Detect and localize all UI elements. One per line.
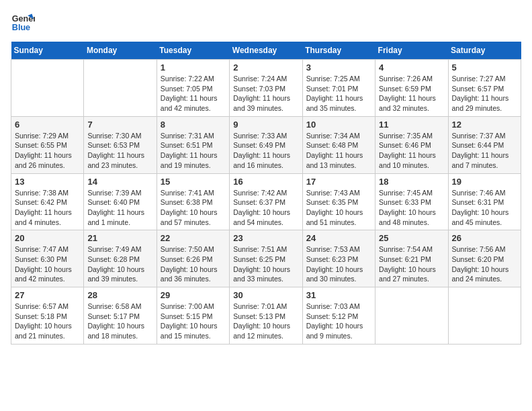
calendar-cell: 17Sunrise: 7:43 AM Sunset: 6:35 PM Dayli…: [302, 173, 375, 230]
day-number: 11: [379, 120, 444, 130]
calendar-cell: 9Sunrise: 7:33 AM Sunset: 6:49 PM Daylig…: [230, 116, 302, 173]
day-number: 10: [306, 120, 371, 130]
day-number: 3: [306, 62, 371, 73]
logo: General Blue: [11, 11, 35, 35]
weekday-header-thursday: Thursday: [302, 42, 375, 60]
calendar-table: SundayMondayTuesdayWednesdayThursdayFrid…: [11, 42, 521, 345]
day-number: 24: [306, 233, 371, 243]
calendar-cell: [375, 287, 448, 345]
day-number: 4: [379, 62, 444, 73]
calendar-cell: 18Sunrise: 7:45 AM Sunset: 6:33 PM Dayli…: [375, 173, 448, 230]
day-number: 8: [161, 120, 226, 130]
day-info: Sunrise: 7:29 AM Sunset: 6:55 PM Dayligh…: [15, 131, 80, 171]
calendar-cell: 20Sunrise: 7:47 AM Sunset: 6:30 PM Dayli…: [11, 230, 84, 287]
day-number: 22: [161, 233, 226, 243]
day-info: Sunrise: 7:25 AM Sunset: 7:01 PM Dayligh…: [306, 74, 371, 113]
calendar-cell: 25Sunrise: 7:54 AM Sunset: 6:21 PM Dayli…: [375, 230, 448, 287]
day-number: 29: [161, 290, 226, 300]
calendar-cell: 21Sunrise: 7:49 AM Sunset: 6:28 PM Dayli…: [84, 230, 157, 287]
day-number: 16: [233, 177, 298, 187]
weekday-header-friday: Friday: [375, 42, 448, 60]
calendar-cell: 2Sunrise: 7:24 AM Sunset: 7:03 PM Daylig…: [230, 60, 302, 117]
weekday-header-sunday: Sunday: [11, 42, 84, 60]
day-number: 6: [15, 120, 80, 130]
calendar-cell: 1Sunrise: 7:22 AM Sunset: 7:05 PM Daylig…: [157, 60, 229, 117]
day-info: Sunrise: 7:46 AM Sunset: 6:31 PM Dayligh…: [452, 188, 517, 228]
day-info: Sunrise: 7:35 AM Sunset: 6:46 PM Dayligh…: [379, 131, 444, 171]
day-number: 21: [87, 233, 152, 243]
calendar-cell: 27Sunrise: 6:57 AM Sunset: 5:18 PM Dayli…: [11, 287, 84, 345]
day-number: 25: [379, 233, 444, 243]
day-info: Sunrise: 7:27 AM Sunset: 6:57 PM Dayligh…: [452, 74, 517, 113]
calendar-cell: 16Sunrise: 7:42 AM Sunset: 6:37 PM Dayli…: [230, 173, 302, 230]
day-info: Sunrise: 7:41 AM Sunset: 6:38 PM Dayligh…: [161, 188, 226, 228]
calendar-cell: 30Sunrise: 7:01 AM Sunset: 5:13 PM Dayli…: [230, 287, 302, 345]
day-number: 5: [452, 62, 517, 73]
calendar-cell: 10Sunrise: 7:34 AM Sunset: 6:48 PM Dayli…: [302, 116, 375, 173]
day-info: Sunrise: 7:26 AM Sunset: 6:59 PM Dayligh…: [379, 74, 444, 113]
day-info: Sunrise: 7:54 AM Sunset: 6:21 PM Dayligh…: [379, 244, 444, 284]
day-number: 17: [306, 177, 371, 187]
day-info: Sunrise: 7:51 AM Sunset: 6:25 PM Dayligh…: [233, 244, 298, 284]
day-info: Sunrise: 7:47 AM Sunset: 6:30 PM Dayligh…: [15, 244, 80, 284]
calendar-cell: 11Sunrise: 7:35 AM Sunset: 6:46 PM Dayli…: [375, 116, 448, 173]
day-info: Sunrise: 7:03 AM Sunset: 5:12 PM Dayligh…: [306, 302, 371, 341]
calendar-cell: 14Sunrise: 7:39 AM Sunset: 6:40 PM Dayli…: [84, 173, 157, 230]
weekday-header-wednesday: Wednesday: [230, 42, 302, 60]
calendar-cell: 23Sunrise: 7:51 AM Sunset: 6:25 PM Dayli…: [230, 230, 302, 287]
calendar-cell: 3Sunrise: 7:25 AM Sunset: 7:01 PM Daylig…: [302, 60, 375, 117]
day-number: 18: [379, 177, 444, 187]
day-number: 2: [233, 62, 298, 73]
calendar-cell: 15Sunrise: 7:41 AM Sunset: 6:38 PM Dayli…: [157, 173, 229, 230]
weekday-header-monday: Monday: [84, 42, 157, 60]
calendar-cell: 6Sunrise: 7:29 AM Sunset: 6:55 PM Daylig…: [11, 116, 84, 173]
day-info: Sunrise: 7:00 AM Sunset: 5:15 PM Dayligh…: [161, 302, 226, 341]
day-number: 31: [306, 290, 371, 300]
day-info: Sunrise: 7:39 AM Sunset: 6:40 PM Dayligh…: [87, 188, 152, 228]
day-number: 1: [161, 62, 226, 73]
calendar-cell: [84, 60, 157, 117]
day-number: 26: [452, 233, 517, 243]
day-number: 14: [87, 177, 152, 187]
day-number: 27: [15, 290, 80, 300]
day-info: Sunrise: 7:34 AM Sunset: 6:48 PM Dayligh…: [306, 131, 371, 171]
calendar-cell: [11, 60, 84, 117]
day-info: Sunrise: 7:01 AM Sunset: 5:13 PM Dayligh…: [233, 302, 298, 341]
calendar-cell: 4Sunrise: 7:26 AM Sunset: 6:59 PM Daylig…: [375, 60, 448, 117]
day-info: Sunrise: 6:57 AM Sunset: 5:18 PM Dayligh…: [15, 302, 80, 341]
weekday-header-tuesday: Tuesday: [157, 42, 229, 60]
calendar-cell: [448, 287, 521, 345]
day-info: Sunrise: 7:43 AM Sunset: 6:35 PM Dayligh…: [306, 188, 371, 228]
calendar-cell: 12Sunrise: 7:37 AM Sunset: 6:44 PM Dayli…: [448, 116, 521, 173]
day-info: Sunrise: 7:56 AM Sunset: 6:20 PM Dayligh…: [452, 244, 517, 284]
day-number: 7: [87, 120, 152, 130]
day-info: Sunrise: 7:53 AM Sunset: 6:23 PM Dayligh…: [306, 244, 371, 284]
day-number: 12: [452, 120, 517, 130]
day-info: Sunrise: 7:38 AM Sunset: 6:42 PM Dayligh…: [15, 188, 80, 228]
day-info: Sunrise: 7:45 AM Sunset: 6:33 PM Dayligh…: [379, 188, 444, 228]
day-number: 13: [15, 177, 80, 187]
day-number: 15: [161, 177, 226, 187]
day-number: 28: [87, 290, 152, 300]
day-info: Sunrise: 7:49 AM Sunset: 6:28 PM Dayligh…: [87, 244, 152, 284]
svg-text:Blue: Blue: [12, 23, 30, 32]
day-info: Sunrise: 7:31 AM Sunset: 6:51 PM Dayligh…: [161, 131, 226, 171]
calendar-cell: 13Sunrise: 7:38 AM Sunset: 6:42 PM Dayli…: [11, 173, 84, 230]
logo-icon: General Blue: [11, 11, 35, 35]
calendar-cell: 19Sunrise: 7:46 AM Sunset: 6:31 PM Dayli…: [448, 173, 521, 230]
day-info: Sunrise: 7:33 AM Sunset: 6:49 PM Dayligh…: [233, 131, 298, 171]
calendar-cell: 26Sunrise: 7:56 AM Sunset: 6:20 PM Dayli…: [448, 230, 521, 287]
calendar-cell: 28Sunrise: 6:58 AM Sunset: 5:17 PM Dayli…: [84, 287, 157, 345]
calendar-cell: 5Sunrise: 7:27 AM Sunset: 6:57 PM Daylig…: [448, 60, 521, 117]
calendar-cell: 29Sunrise: 7:00 AM Sunset: 5:15 PM Dayli…: [157, 287, 229, 345]
day-info: Sunrise: 7:24 AM Sunset: 7:03 PM Dayligh…: [233, 74, 298, 113]
calendar-cell: 22Sunrise: 7:50 AM Sunset: 6:26 PM Dayli…: [157, 230, 229, 287]
day-number: 20: [15, 233, 80, 243]
day-info: Sunrise: 7:42 AM Sunset: 6:37 PM Dayligh…: [233, 188, 298, 228]
page-header: General Blue: [11, 11, 521, 35]
day-info: Sunrise: 6:58 AM Sunset: 5:17 PM Dayligh…: [87, 302, 152, 341]
day-info: Sunrise: 7:37 AM Sunset: 6:44 PM Dayligh…: [452, 131, 517, 171]
calendar-cell: 24Sunrise: 7:53 AM Sunset: 6:23 PM Dayli…: [302, 230, 375, 287]
day-info: Sunrise: 7:50 AM Sunset: 6:26 PM Dayligh…: [161, 244, 226, 284]
day-number: 30: [233, 290, 298, 300]
